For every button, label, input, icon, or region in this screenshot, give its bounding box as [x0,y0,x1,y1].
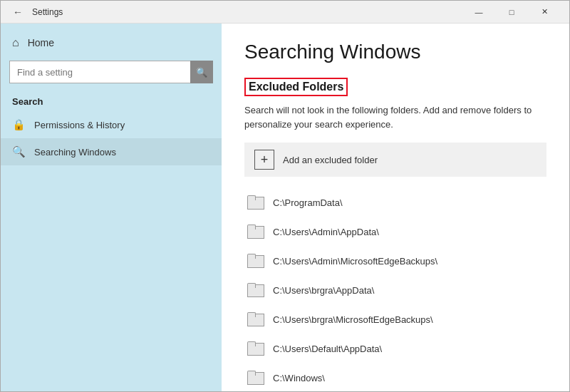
minimize-button[interactable]: — [462,1,495,24]
folder-path: C:\Users\brgra\AppData\ [273,285,374,296]
search-box: 🔍 [9,61,213,83]
main-content: ⌂ Home 🔍 Search 🔒 Permissions & History … [1,24,569,391]
sidebar-searching-label: Searching Windows [34,147,116,158]
folder-path: C:\Users\Default\AppData\ [273,344,382,354]
maximize-button[interactable]: □ [495,1,528,24]
table-row: C:\Users\Default\AppData\ [244,334,546,363]
section-heading: Excluded Folders [244,78,348,96]
close-button[interactable]: ✕ [528,1,561,24]
sidebar-section-label: Search [1,89,222,111]
window-controls: — □ ✕ [462,1,561,24]
section-description: Search will not look in the following fo… [244,103,546,131]
table-row: C:\Users\Admin\AppData\ [244,217,546,247]
folder-icon [247,371,264,385]
folder-icon [247,312,264,326]
search-submit-button[interactable]: 🔍 [190,61,213,83]
search-input[interactable] [9,61,213,83]
permissions-icon: 🔒 [12,118,26,131]
search-icon: 🔍 [196,67,207,78]
sidebar: ⌂ Home 🔍 Search 🔒 Permissions & History … [1,24,222,391]
folder-path: C:\Users\Admin\AppData\ [273,227,379,237]
sidebar-item-searching-windows[interactable]: 🔍 Searching Windows [1,138,222,165]
sidebar-permissions-label: Permissions & History [34,120,125,130]
add-folder-label: Add an excluded folder [283,155,378,165]
sidebar-item-permissions[interactable]: 🔒 Permissions & History [1,111,222,138]
folder-icon [247,341,264,356]
back-button[interactable]: ← [9,4,26,21]
plus-icon: + [254,150,274,170]
folder-list: C:\ProgramData\ C:\Users\Admin\AppData\ … [244,188,546,391]
table-row: C:\Users\brgra\AppData\ [244,276,546,305]
sidebar-item-home[interactable]: ⌂ Home [1,31,222,55]
table-row: C:\Users\Admin\MicrosoftEdgeBackups\ [244,247,546,276]
table-row: C:\Windows\ [244,363,546,391]
table-row: C:\Users\brgra\MicrosoftEdgeBackups\ [244,305,546,334]
home-icon: ⌂ [12,36,19,49]
folder-path: C:\Windows\ [273,373,325,383]
titlebar: ← Settings — □ ✕ [1,1,569,24]
folder-path: C:\Users\brgra\MicrosoftEdgeBackups\ [273,314,433,325]
settings-window: ← Settings — □ ✕ ⌂ Home 🔍 Search 🔒 [0,0,570,392]
right-panel: Searching Windows Excluded Folders Searc… [222,24,569,391]
folder-path: C:\Users\Admin\MicrosoftEdgeBackups\ [273,256,437,267]
folder-icon [247,195,264,210]
back-icon: ← [13,6,23,18]
folder-path: C:\ProgramData\ [273,197,343,208]
sidebar-home-label: Home [28,37,54,48]
searching-icon: 🔍 [12,145,26,158]
add-excluded-folder-button[interactable]: + Add an excluded folder [244,143,546,177]
table-row: C:\ProgramData\ [244,188,546,217]
page-title: Searching Windows [244,41,546,63]
folder-icon [247,254,264,268]
folder-icon [247,283,264,297]
window-title: Settings [32,7,462,17]
folder-icon [247,225,264,239]
